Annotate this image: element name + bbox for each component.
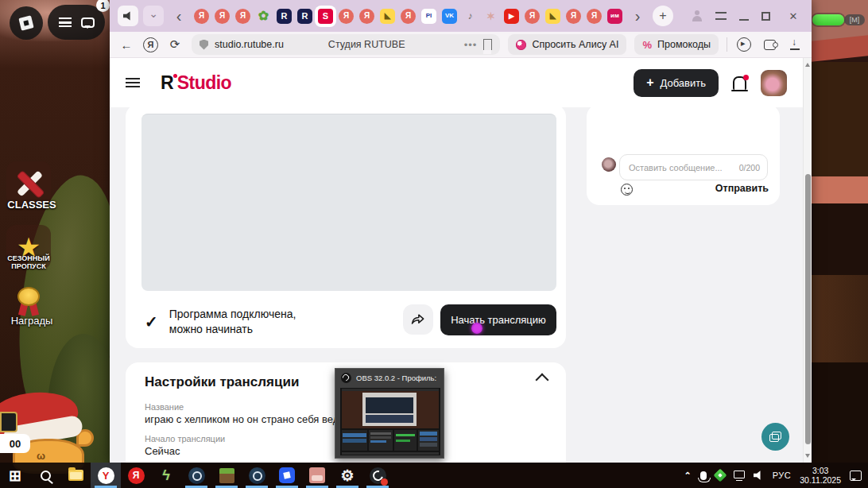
minimize-button[interactable] [739, 11, 749, 21]
page-scrollbar[interactable] [803, 58, 812, 463]
studio-menu-icon[interactable] [126, 78, 140, 87]
notification-center-icon[interactable] [850, 471, 862, 481]
tab-favicon[interactable]: Я [401, 9, 416, 24]
stream-preview-placeholder [141, 114, 556, 291]
taskbar-steam-2[interactable] [242, 463, 272, 488]
microphone-icon[interactable] [700, 471, 707, 480]
profile-icon[interactable] [692, 10, 703, 21]
taskbar-roblox[interactable] [272, 463, 302, 488]
support-chat-button[interactable] [761, 423, 789, 451]
new-tab-button[interactable] [653, 6, 673, 26]
send-message-button[interactable]: Отправить [715, 183, 769, 194]
tab-list-dropdown[interactable] [143, 6, 164, 26]
taskbar-steam[interactable] [181, 463, 211, 488]
url-text[interactable]: studio.rutube.ru [215, 39, 284, 50]
add-button[interactable]: + Добавить [634, 69, 719, 97]
roblox-chat-icon[interactable] [81, 17, 95, 28]
tab-favicon[interactable]: Я [525, 9, 540, 24]
volume-icon[interactable] [754, 471, 764, 481]
language-indicator[interactable]: РУС [773, 471, 792, 480]
close-button[interactable] [783, 6, 804, 26]
emoji-button[interactable] [621, 184, 633, 196]
refresh-button[interactable] [166, 36, 184, 53]
tabs-scroll-right-button[interactable] [627, 6, 648, 26]
obs-taskbar-preview[interactable]: OBS 32.0.2 - Профиль: ... [335, 368, 444, 459]
maximize-button[interactable] [761, 12, 770, 21]
status-line-1: Программа подключена, [169, 308, 296, 320]
tab-favicon[interactable]: Я [235, 9, 250, 24]
tray-expand-chevron[interactable]: ⌃ [684, 471, 691, 481]
chat-message-input[interactable] [627, 162, 734, 173]
tab-favicon[interactable]: Я [215, 9, 230, 24]
taskbar-obs[interactable] [362, 463, 393, 488]
scrollbar-down-arrow[interactable] [805, 454, 810, 460]
tab-favicon[interactable]: R [297, 9, 312, 24]
browser-menu-icon[interactable] [715, 12, 727, 20]
promocodes-button[interactable]: % Промокоды [634, 34, 719, 55]
bookmark-icon[interactable] [483, 39, 492, 50]
tab-audio-button[interactable] [118, 6, 138, 26]
toolbar-divider [727, 37, 727, 52]
mouse-cursor [471, 323, 482, 334]
yandex-home-button[interactable]: Я [143, 37, 158, 52]
rutube-studio-logo[interactable]: R Studio [161, 72, 231, 94]
ask-alice-button[interactable]: Спросить Алису AI [508, 34, 626, 55]
taskbar-settings[interactable]: ⚙ [332, 463, 362, 488]
tab-favicon[interactable]: VK [442, 9, 457, 24]
start-stream-button[interactable]: Начать трансляцию [440, 304, 556, 335]
share-button[interactable] [403, 304, 433, 335]
chat-input-wrap[interactable]: 0/200 [619, 154, 768, 180]
network-icon[interactable] [734, 471, 745, 478]
more-actions-icon[interactable]: ••• [464, 39, 478, 51]
roblox-quick-pill[interactable]: 1 [48, 5, 105, 40]
tab-favicon[interactable]: Я [359, 9, 374, 24]
tab-favicon[interactable]: Я [339, 9, 354, 24]
user-avatar[interactable] [761, 70, 787, 96]
tabs-scroll-left-button[interactable] [169, 6, 189, 26]
tab-favicon[interactable]: Я [566, 9, 581, 24]
clock-time: 3:03 [812, 466, 828, 475]
page-title-text: Студия RUTUBE [328, 39, 405, 50]
tab-favicon[interactable]: РІ [421, 9, 436, 24]
tab-favicon[interactable]: ✶ [483, 9, 498, 24]
tab-favicon[interactable]: ♪ [463, 9, 478, 24]
download-icon [790, 39, 800, 50]
collapse-chevron-icon[interactable] [536, 374, 549, 387]
site-security-icon[interactable] [200, 40, 208, 50]
scrollbar-up-arrow[interactable] [805, 60, 810, 67]
taskbar-start[interactable]: ⊞ [0, 463, 30, 488]
tab-favicon[interactable]: S [318, 9, 333, 24]
tab-favicon[interactable]: ✿ [256, 9, 271, 24]
tab-favicon[interactable]: ▶ [504, 9, 519, 24]
downloads-button[interactable] [786, 36, 804, 53]
back-button[interactable] [118, 36, 135, 53]
address-bar[interactable]: studio.rutube.ru Студия RUTUBE ••• [192, 34, 500, 55]
obs-window-thumbnail[interactable] [340, 388, 440, 455]
taskbar-file-explorer[interactable] [60, 463, 91, 488]
taskbar-minecraft[interactable] [211, 463, 242, 488]
tab-favicon[interactable]: им [607, 9, 622, 24]
tab-favicon[interactable]: Я [194, 9, 209, 24]
extensions-button[interactable] [761, 36, 778, 53]
scrollbar-thumb[interactable] [805, 174, 811, 444]
media-panel-button[interactable] [735, 36, 753, 53]
roblox-hamburger-icon[interactable] [59, 17, 72, 27]
taskbar-launcher-bolt[interactable]: ϟ [151, 463, 181, 488]
tab-favicon[interactable]: R [277, 9, 292, 24]
clock[interactable]: 3:03 30.11.2025 [800, 466, 841, 485]
taskbar-yandex-app[interactable]: Я [121, 463, 151, 488]
taskbar-search[interactable] [30, 463, 60, 488]
tab-favicon[interactable]: Я [587, 9, 602, 24]
tab-favicons: ЯЯЯ✿RRSЯЯ◣ЯРІVK☺♪✶▶Я◣ЯЯим [194, 9, 622, 24]
taskbar-pink-app[interactable] [302, 463, 332, 488]
taskbar-yandex-browser[interactable]: Y [91, 463, 121, 488]
tab-favicon[interactable]: ◣ [380, 9, 395, 24]
roblox-menu-button[interactable] [10, 6, 43, 40]
promocodes-label: Промокоды [657, 39, 711, 50]
game-wall [812, 62, 868, 181]
notifications-bell-icon[interactable] [733, 76, 746, 90]
tab-favicon[interactable]: ◣ [545, 9, 560, 24]
alice-icon [516, 40, 526, 50]
tray-app-icon[interactable] [713, 469, 727, 482]
obs-logo-icon [341, 373, 351, 383]
